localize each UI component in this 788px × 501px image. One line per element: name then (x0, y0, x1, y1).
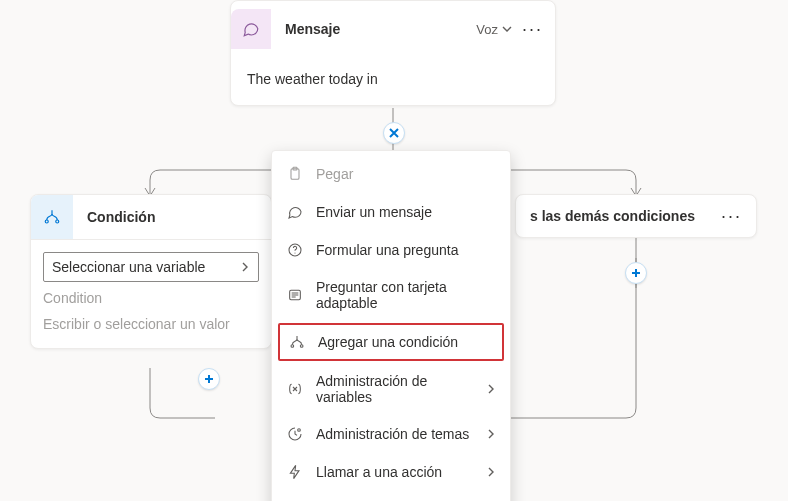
menu-item-call-action[interactable]: Llamar a una acción (272, 453, 510, 491)
add-node-context-menu: Pegar Enviar un mensaje Formular una pre… (271, 150, 511, 501)
message-node[interactable]: Mensaje Voz ··· The weather today in (230, 0, 556, 106)
menu-item-send-message[interactable]: Enviar un mensaje (272, 193, 510, 231)
more-icon[interactable]: ··· (522, 20, 543, 38)
condition-node[interactable]: Condición Seleccionar una variable Condi… (30, 194, 272, 349)
message-title: Mensaje (285, 21, 476, 37)
menu-item-ask-question[interactable]: Formular una pregunta (272, 231, 510, 269)
branch-icon (288, 333, 306, 351)
chevron-right-icon (486, 381, 496, 397)
close-x-icon (389, 128, 399, 138)
condition-title: Condición (87, 209, 271, 225)
message-icon (231, 9, 271, 49)
chevron-right-icon (486, 464, 496, 480)
variable-select[interactable]: Seleccionar una variable (43, 252, 259, 282)
chevron-down-icon (502, 24, 512, 34)
svg-point-9 (298, 429, 301, 432)
message-header: Mensaje Voz ··· (231, 1, 555, 57)
svg-point-8 (300, 345, 303, 348)
chevron-right-icon (486, 426, 496, 442)
condition-operator-placeholder[interactable]: Condition (43, 290, 259, 306)
svg-point-5 (294, 252, 295, 253)
chevron-right-icon (240, 262, 250, 272)
condition-value-placeholder[interactable]: Escribir o seleccionar un valor (43, 316, 259, 332)
more-icon[interactable]: ··· (721, 207, 742, 225)
menu-item-topic-management[interactable]: Administración de temas (272, 415, 510, 453)
condition-header: Condición (31, 195, 271, 240)
add-branch-button[interactable] (198, 368, 220, 390)
card-icon (286, 286, 304, 304)
menu-item-adaptive-card[interactable]: Preguntar con tarjeta adaptable (272, 269, 510, 321)
branch-icon (31, 195, 73, 239)
lightning-icon (286, 463, 304, 481)
add-node-button[interactable] (383, 122, 405, 144)
all-other-conditions-node[interactable]: s las demás condiciones ··· (515, 194, 757, 238)
variable-icon (286, 380, 304, 398)
voice-toggle[interactable]: Voz (476, 22, 512, 37)
svg-point-1 (56, 220, 59, 223)
topic-icon (286, 425, 304, 443)
menu-item-variable-management[interactable]: Administración de variables (272, 363, 510, 415)
plus-icon (204, 374, 214, 384)
menu-item-paste: Pegar (272, 155, 510, 193)
svg-point-0 (45, 220, 48, 223)
variable-placeholder: Seleccionar una variable (52, 259, 205, 275)
clipboard-icon (286, 165, 304, 183)
menu-item-add-condition[interactable]: Agregar una condición (278, 323, 504, 361)
message-icon (286, 203, 304, 221)
question-icon (286, 241, 304, 259)
svg-point-7 (291, 345, 294, 348)
add-node-button-right[interactable] (625, 262, 647, 284)
plus-icon (631, 268, 641, 278)
all-other-conditions-title: s las demás condiciones (530, 208, 721, 224)
message-body[interactable]: The weather today in (231, 57, 555, 105)
condition-body: Seleccionar una variable Condition Escri… (31, 240, 271, 348)
menu-item-advanced[interactable]: Avanzados (272, 491, 510, 501)
